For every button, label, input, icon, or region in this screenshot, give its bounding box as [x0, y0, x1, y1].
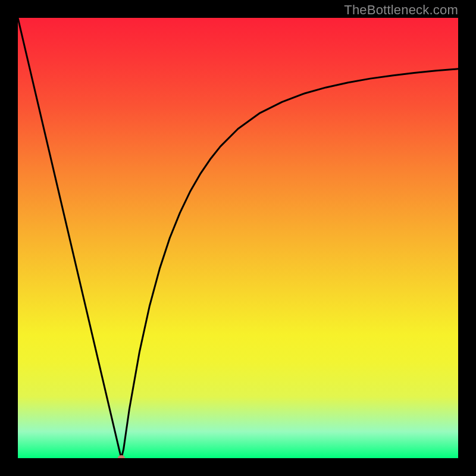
chart-background: [18, 18, 458, 458]
chart-frame: [18, 18, 458, 458]
chart-svg: [18, 18, 458, 458]
watermark-text: TheBottleneck.com: [344, 2, 458, 18]
